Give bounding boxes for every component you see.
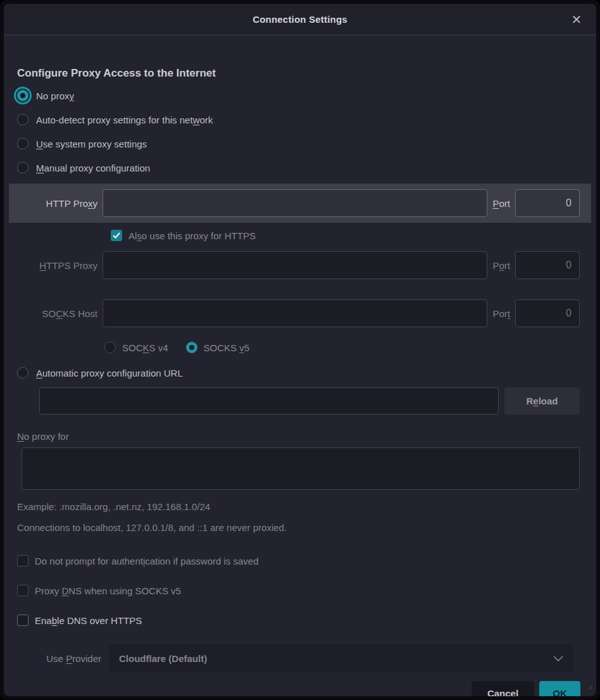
page-title: Configure Proxy Access to the Internet [17, 67, 591, 80]
radio-no-proxy-label: No proxy [36, 91, 74, 101]
connection-settings-dialog: Connection Settings ✕ Configure Proxy Ac… [4, 4, 596, 696]
radio-row-no-proxy[interactable]: No proxy [17, 84, 591, 108]
socks-host-label: SOCKS Host [9, 308, 103, 319]
dialog-footer: Cancel OK [9, 681, 580, 696]
radio-row-manual[interactable]: Manual proxy configuration [17, 156, 591, 180]
auto-config-url-row: Reload [39, 387, 580, 415]
no-prompt-label: Do not prompt for authentication if pass… [35, 556, 259, 566]
https-proxy-label: HTTPS Proxy [9, 260, 103, 271]
socks-port-input[interactable] [515, 299, 580, 327]
dialog-content: Configure Proxy Access to the Internet N… [4, 35, 596, 696]
radio-manual-label: Manual proxy configuration [36, 163, 150, 173]
radio-row-auto-url[interactable]: Automatic proxy configuration URL [17, 361, 591, 385]
radio-auto-url-label: Automatic proxy configuration URL [36, 368, 183, 378]
https-port-label: Port [492, 260, 515, 271]
no-prompt-row[interactable]: Do not prompt for authentication if pass… [17, 553, 591, 568]
radio-socks-v4[interactable] [104, 342, 116, 353]
proxy-dns-label: Proxy DNS when using SOCKS v5 [35, 585, 181, 596]
http-port-label: Port [492, 198, 515, 209]
ok-button[interactable]: OK [539, 681, 580, 696]
checkbox-enable-doh[interactable] [17, 615, 28, 626]
socks-version-row: SOCKS v4 SOCKS v5 [104, 339, 591, 356]
radio-row-use-system[interactable]: Use system proxy settings [17, 132, 591, 156]
enable-doh-row[interactable]: Enable DNS over HTTPS [17, 613, 591, 628]
reload-button[interactable]: Reload [504, 387, 580, 415]
http-proxy-label: HTTP Proxy [9, 198, 103, 209]
chevron-down-icon [553, 656, 563, 661]
checkbox-also-https[interactable] [111, 230, 122, 241]
radio-socks-v5[interactable] [186, 342, 197, 353]
auto-config-url-input[interactable] [39, 387, 499, 415]
provider-row: Use Provider Cloudflare (Default) [9, 644, 591, 672]
dialog-titlebar: Connection Settings ✕ [4, 4, 596, 35]
radio-manual[interactable] [17, 162, 28, 173]
no-proxy-for-textarea[interactable] [22, 447, 580, 490]
enable-doh-label: Enable DNS over HTTPS [35, 615, 142, 626]
radio-no-proxy[interactable] [17, 90, 28, 101]
checkbox-no-prompt[interactable] [17, 555, 28, 566]
cancel-button[interactable]: Cancel [472, 681, 534, 696]
provider-dropdown[interactable]: Cloudflare (Default) [109, 644, 573, 672]
radio-row-auto-detect[interactable]: Auto-detect proxy settings for this netw… [17, 108, 591, 132]
also-https-label: Also use this proxy for HTTPS [128, 230, 256, 241]
resize-grip[interactable] [585, 682, 593, 693]
socks-v5-label: SOCKS v5 [204, 342, 250, 353]
https-proxy-input[interactable] [103, 251, 487, 279]
dialog-frame: Connection Settings ✕ Configure Proxy Ac… [0, 0, 600, 700]
radio-auto-url[interactable] [17, 367, 28, 378]
radio-use-system-label: Use system proxy settings [36, 139, 147, 149]
socks-host-row: SOCKS Host Port [9, 294, 591, 333]
radio-auto-detect[interactable] [17, 114, 28, 125]
no-proxy-for-label: No proxy for [17, 431, 591, 442]
http-proxy-input[interactable] [103, 189, 487, 217]
socks-v4-label: SOCKS v4 [122, 342, 168, 353]
socks-host-input[interactable] [103, 299, 487, 327]
use-provider-label: Use Provider [9, 653, 109, 664]
checkmark-icon [113, 232, 120, 239]
radio-use-system[interactable] [17, 138, 28, 149]
radio-auto-detect-label: Auto-detect proxy settings for this netw… [36, 115, 213, 125]
socks-port-label: Port [492, 308, 515, 319]
also-https-row[interactable]: Also use this proxy for HTTPS [111, 228, 591, 243]
http-port-input[interactable] [515, 189, 580, 217]
proxy-dns-row[interactable]: Proxy DNS when using SOCKS v5 [17, 583, 591, 598]
dialog-title: Connection Settings [253, 14, 347, 25]
http-proxy-row: HTTP Proxy Port [9, 184, 591, 223]
checkbox-proxy-dns[interactable] [17, 585, 28, 596]
localhost-note: Connections to localhost, 127.0.0.1/8, a… [17, 522, 591, 533]
provider-selected-value: Cloudflare (Default) [119, 653, 207, 664]
close-icon[interactable]: ✕ [566, 9, 587, 30]
https-port-input[interactable] [515, 251, 580, 279]
https-proxy-row: HTTPS Proxy Port [9, 246, 591, 285]
example-note: Example: .mozilla.org, .net.nz, 192.168.… [17, 501, 591, 512]
